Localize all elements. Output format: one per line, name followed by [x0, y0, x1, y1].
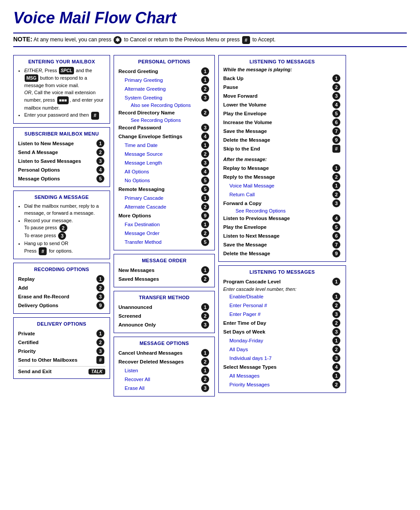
mopt-recover-all: Recover All 2	[118, 375, 210, 384]
po-no-options: No Options 5	[118, 176, 210, 185]
lt-backup: Back Up 1	[223, 74, 341, 83]
po-key-1a: 1	[201, 76, 209, 84]
entering-mailbox-title: ENTERING YOUR MAILBOX	[18, 59, 105, 64]
hash-key-icon: #	[242, 36, 250, 44]
message-options-box: MESSAGE OPTIONS Cancel Unheard Messages …	[114, 337, 215, 396]
lb-key-3a: 1	[332, 337, 340, 345]
del-key-1: 1	[96, 330, 104, 338]
lb-individual-days: Individual days 1-7 3	[223, 354, 341, 363]
send-bullet3: Hang up to send OR Press # for options.	[24, 240, 105, 255]
msg-badge: MSG	[25, 74, 38, 82]
spcl-badge: SPCL	[59, 67, 74, 74]
po-key-9c: 5	[201, 238, 209, 246]
mailbox-bullet2: Enter your password and then #	[24, 111, 105, 119]
lt-after-key-2a: 1	[332, 182, 340, 190]
po-key-4c: 3	[201, 159, 209, 167]
lt-key-5: 5	[332, 110, 340, 117]
lb-key-4: 4	[332, 363, 340, 371]
lt-lower-vol: Lower the Volume 4	[223, 100, 341, 109]
listening-bottom-title: LISTENING TO MESSAGES	[223, 269, 341, 275]
mopt-key-2b: 2	[201, 375, 209, 383]
lt-see-rec: See Recording Options	[223, 208, 341, 214]
middle-column: PERSONAL OPTIONS Record Greeting 1 Prima…	[114, 55, 215, 396]
key-badge-3: 3	[96, 157, 104, 165]
entering-mailbox-box: ENTERING YOUR MAILBOX EITHER, Press SPCL…	[13, 55, 110, 124]
tm-unannounced: Unannounced 1	[118, 303, 210, 312]
del-key-2: 2	[96, 338, 104, 346]
lt-play-env2: Play the Envelope 5	[223, 223, 341, 231]
mopt-key-2: 2	[201, 358, 209, 366]
po-key-4e: 5	[201, 176, 209, 184]
key-badge-4: 4	[96, 166, 104, 174]
lt-increase-vol: Increase the Volume 6	[223, 118, 341, 127]
lt-key-4: 4	[332, 101, 340, 109]
delivery-options-title: DELIVERY OPTIONS	[18, 321, 105, 327]
po-alt-greeting: Alternate Greeting 2	[118, 84, 210, 93]
mailbox-bullet1: EITHER, Press SPCL and the MSG button to…	[24, 67, 105, 112]
send-bullet1: Dial the mailbox number, reply to a mess…	[24, 202, 105, 217]
lb-key-2: 2	[332, 319, 340, 327]
po-key-1: 1	[201, 67, 209, 75]
del-key-3: 3	[96, 347, 104, 355]
po-msg-source: Message Source 2	[118, 150, 210, 158]
po-alt-cascade: Alternate Cascade 2	[118, 202, 210, 211]
subscriber-menu-title: SUBSCRIBER MAILBOX MENU	[18, 131, 105, 136]
del-item-talk: Send and Exit TALK	[18, 368, 105, 375]
lt-listen-prev: Listen to Previous Message 4	[223, 214, 341, 223]
note-text: At any menu level, you can press	[33, 37, 111, 43]
po-record-pass: Record Password 3	[118, 123, 210, 132]
rec-key-4: 9	[96, 301, 104, 309]
mopt-key-1: 1	[201, 349, 209, 357]
hash-badge-mailbox: #	[91, 112, 99, 120]
tm-announce-only: Announce Only 3	[118, 320, 210, 329]
rec-key-3: 3	[96, 293, 104, 301]
lt-key-1: 1	[332, 74, 340, 82]
po-fax: Fax Destination 1	[118, 220, 210, 229]
rec-item-3: Erase and Re-Record 3	[18, 292, 105, 301]
po-key-1c: 3	[201, 94, 209, 102]
po-see-rec-2: See Recording Options	[118, 117, 210, 123]
hash-badge-send: #	[39, 247, 47, 255]
lt-forward-copy: Forward a Copy 3	[223, 199, 341, 208]
lb-cascade-note: Enter cascade level number, then:	[223, 286, 341, 292]
lt-key-3: 3	[332, 92, 340, 100]
talk-badge: TALK	[88, 369, 105, 374]
mo-new: New Messages 1	[118, 266, 210, 275]
mopt-erase-all: Erase All 3	[118, 384, 210, 393]
listening-top-box: LISTENING TO MESSAGES While the message …	[218, 55, 346, 262]
subscriber-item-5: Message Options 5	[18, 174, 105, 183]
mopt-cancel: Cancel Unheard Messages 1	[118, 349, 210, 357]
lb-all-days: All Days 2	[223, 345, 341, 354]
po-msg-order: Message Order 2	[118, 229, 210, 238]
lb-key-1b: 2	[332, 301, 340, 309]
lb-key-4a: 1	[332, 372, 340, 380]
erase-key: 3	[58, 232, 66, 240]
mo-key-1: 1	[201, 266, 209, 274]
lb-key-3b: 2	[332, 345, 340, 353]
subscriber-item-2: Send A Message 2	[18, 148, 105, 157]
po-record-greeting: Record Greeting 1	[118, 67, 210, 76]
lb-key-1c: 3	[332, 310, 340, 318]
personal-options-box: PERSONAL OPTIONS Record Greeting 1 Prima…	[114, 55, 215, 250]
listening-top-title: LISTENING TO MESSAGES	[223, 59, 341, 64]
pause-key: 2	[59, 224, 67, 232]
key-badge-1: 1	[96, 139, 104, 147]
po-primary-cascade: Primary Cascade 1	[118, 194, 210, 202]
lb-enter-personal: Enter Personal # 2	[223, 301, 341, 310]
po-more-options: More Options 9	[118, 211, 210, 220]
po-key-2: 2	[201, 109, 209, 117]
note-cancel-text: to Cancel or return to the Previous Menu…	[124, 37, 240, 43]
po-key-5a: 1	[201, 194, 209, 202]
po-msg-length: Message Length 3	[118, 158, 210, 167]
tm-key-2: 2	[201, 312, 209, 320]
lt-pause: Pause 2	[223, 83, 341, 92]
po-record-dir: Record Directory Name 2	[118, 108, 210, 117]
key-badge-2: 2	[96, 148, 104, 156]
lt-after-key-6: 6	[332, 232, 340, 240]
tm-screened: Screened 2	[118, 312, 210, 320]
lb-days-of-week: Set Days of Week 3	[223, 327, 341, 336]
listening-while-subtitle: While the message is playing:	[223, 67, 341, 72]
po-key-9a: 1	[201, 220, 209, 228]
lb-enable-disable: Enable/Disable 1	[223, 292, 341, 301]
lt-listen-next: Listen to Next Message 6	[223, 231, 341, 240]
